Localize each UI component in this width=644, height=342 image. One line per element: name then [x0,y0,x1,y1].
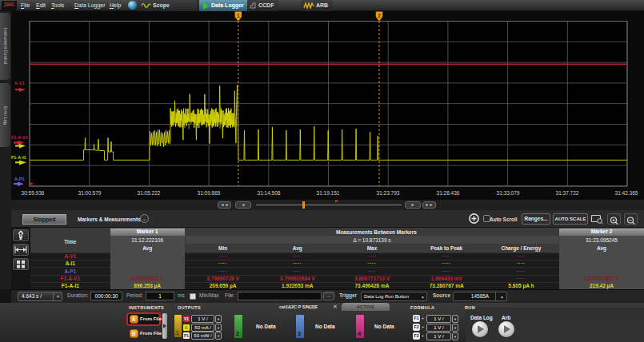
svg-text:31:00.579: 31:00.579 [78,190,102,196]
svg-text:A·V1: A·V1 [14,81,25,86]
svg-text:31:42.365: 31:42.365 [615,190,638,196]
svg-text:31:33.079: 31:33.079 [497,190,520,196]
svg-text:1: 1 [237,13,240,18]
svg-text:31:09.865: 31:09.865 [198,190,221,196]
svg-text:31:05.222: 31:05.222 [138,190,161,196]
svg-text:F1·A·I1: F1·A·I1 [11,155,26,160]
svg-text:31:19.151: 31:19.151 [317,190,340,196]
svg-text:31:23.793: 31:23.793 [377,190,400,196]
svg-text:30:55.936: 30:55.936 [22,190,45,196]
svg-text:31:28.436: 31:28.436 [437,190,460,196]
svg-text:31:14.508: 31:14.508 [258,190,281,196]
svg-text:31:37.722: 31:37.722 [556,190,579,196]
svg-text:2: 2 [378,13,381,18]
svg-text:A·P1: A·P1 [14,177,25,181]
svg-text:F1·A·V1: F1·A·V1 [11,135,28,140]
